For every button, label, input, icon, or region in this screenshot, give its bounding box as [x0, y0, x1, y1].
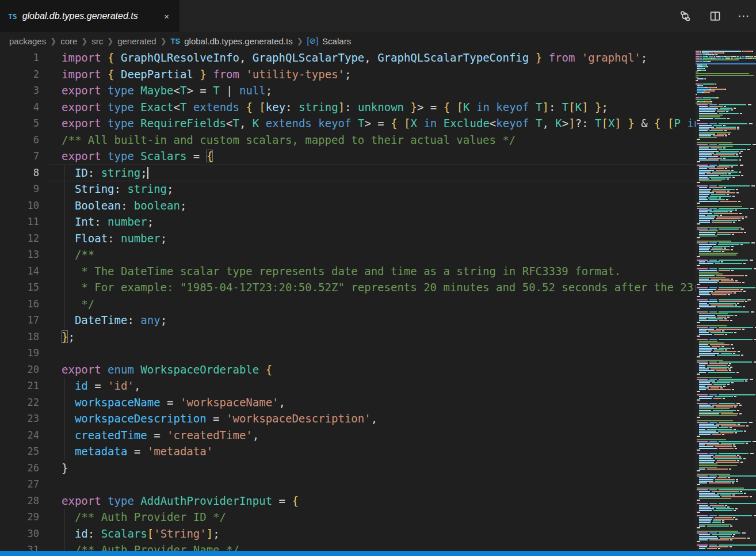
code-token: [ — [568, 101, 575, 113]
line-number: 1 — [0, 49, 39, 66]
minimap-line — [696, 482, 756, 483]
code-line[interactable]: 5export type RequireFields<T, K extends … — [0, 115, 696, 132]
editor-tab[interactable]: TS global.db.types.generated.ts × — [0, 0, 180, 32]
code-token: id — [75, 527, 88, 540]
code-token — [134, 84, 140, 97]
code-editor[interactable]: 1import { GraphQLResolveInfo, GraphQLSca… — [0, 49, 696, 551]
minimap-line — [696, 215, 756, 216]
minimap-line — [696, 408, 756, 409]
code-line[interactable]: 20export enum WorkspaceOrderable { — [0, 361, 696, 378]
code-token — [450, 101, 456, 113]
code-token: = — [186, 150, 206, 162]
minimap-line — [696, 109, 756, 111]
code-line[interactable]: 30 id: Scalars['String']; — [0, 525, 696, 542]
code-line[interactable]: 1import { GraphQLResolveInfo, GraphQLSca… — [0, 49, 696, 66]
more-actions-icon[interactable]: ⋯ — [738, 9, 750, 23]
code-token: = — [272, 494, 292, 507]
code-token: Exact — [140, 101, 173, 113]
code-line[interactable]: 11 Int: number; — [0, 214, 696, 230]
code-text: }; — [62, 329, 75, 345]
code-line[interactable]: 8 ID: string; — [0, 165, 696, 181]
minimap-line — [696, 386, 756, 387]
code-line[interactable]: 25 metadata = 'metadata' — [0, 443, 696, 460]
minimap-line — [696, 172, 756, 173]
code-line[interactable]: 9 String: string; — [0, 181, 696, 197]
code-line[interactable]: 29 /** Auth Provider ID */ — [0, 509, 696, 525]
minimap-line — [696, 235, 756, 237]
minimap-line — [696, 503, 756, 504]
code-line[interactable]: 15 * For example: "1985-04-12T23:20:50.5… — [0, 279, 696, 296]
code-line[interactable]: 19 — [0, 345, 696, 361]
minimap-line — [696, 223, 756, 224]
breadcrumb-item-core[interactable]: core — [60, 36, 77, 46]
code-line[interactable]: 28export type AddAuthProviderInput = { — [0, 493, 696, 509]
minimap-line — [696, 508, 756, 509]
minimap-line — [696, 427, 756, 428]
minimap-line — [696, 413, 756, 414]
code-token — [62, 429, 75, 441]
code-line[interactable]: 27 — [0, 476, 696, 493]
minimap-line — [696, 258, 756, 259]
code-line[interactable]: 21 id = 'id', — [0, 378, 696, 394]
code-line[interactable]: 26} — [0, 460, 696, 477]
code-token: type — [108, 84, 134, 97]
code-line[interactable]: 31 /** Auth Provider Name */ — [0, 542, 696, 551]
code-line[interactable]: 13 /** — [0, 246, 696, 263]
line-number: 23 — [0, 410, 39, 427]
breadcrumb-item-generated[interactable]: generated — [117, 36, 156, 46]
line-number: 2 — [0, 66, 39, 83]
code-token: type — [108, 117, 134, 130]
code-token: 'metadata' — [147, 445, 213, 458]
code-line[interactable]: 4export type Exact<T extends { [key: str… — [0, 99, 696, 116]
code-line[interactable]: 18}; — [0, 329, 696, 345]
minimap[interactable] — [696, 49, 756, 551]
breadcrumb-item-file[interactable]: global.db.types.generated.ts — [184, 36, 292, 46]
code-line[interactable]: 2import { DeepPartial } from 'utility-ty… — [0, 66, 696, 83]
code-line[interactable]: 22 workspaceName = 'workspaceName', — [0, 394, 696, 411]
code-line[interactable]: 7export type Scalars = { — [0, 148, 696, 165]
minimap-line — [696, 498, 756, 499]
code-line[interactable]: 14 * The DateTime scalar type represents… — [0, 263, 696, 280]
breadcrumb-item-symbol[interactable]: Scalars — [322, 36, 351, 46]
typescript-file-icon: TS — [171, 37, 181, 45]
minimap-line — [696, 334, 756, 335]
minimap-line — [696, 83, 756, 85]
breadcrumb-item-packages[interactable]: packages — [9, 36, 46, 46]
minimap-line — [696, 439, 756, 440]
code-text: /** All built-in and custom scalars, map… — [62, 132, 516, 148]
split-editor-icon[interactable] — [708, 9, 723, 24]
code-line[interactable]: 10 Boolean: boolean; — [0, 197, 696, 214]
code-line[interactable]: 17 DateTime: any; — [0, 312, 696, 329]
code-line[interactable]: 6/** All built-in and custom scalars, ma… — [0, 132, 696, 148]
breadcrumb-item-src[interactable]: src — [91, 36, 103, 46]
code-token: keyof — [496, 101, 529, 113]
open-changes-icon[interactable] — [678, 9, 693, 24]
minimap-line — [696, 260, 756, 261]
code-token: ; — [641, 51, 647, 64]
minimap-line — [696, 218, 756, 219]
line-number: 10 — [0, 197, 39, 214]
minimap-line — [696, 85, 756, 86]
close-icon[interactable]: × — [162, 10, 171, 22]
code-line[interactable]: 16 */ — [0, 296, 696, 313]
code-token: { — [108, 68, 114, 81]
code-text: DateTime: any; — [62, 312, 167, 329]
code-token: } — [595, 101, 601, 113]
minimap-line — [696, 315, 756, 316]
status-bar[interactable] — [0, 551, 756, 556]
code-token: export — [62, 150, 101, 162]
code-token: import — [62, 51, 101, 64]
minimap-line — [696, 317, 756, 318]
code-line[interactable]: 12 Float: number; — [0, 230, 696, 247]
minimap-line — [696, 180, 756, 181]
minimap-line — [696, 342, 756, 344]
code-line[interactable]: 24 createdTime = 'createdTime', — [0, 427, 696, 444]
code-line[interactable]: 3export type Maybe<T> = T | null; — [0, 82, 696, 99]
code-line[interactable]: 23 workspaceDescription = 'workspaceDesc… — [0, 410, 696, 427]
code-token — [62, 412, 75, 425]
line-number: 13 — [0, 246, 39, 263]
minimap-line — [696, 360, 756, 361]
vscode-window: TS global.db.types.generated.ts × — [0, 0, 756, 556]
minimap-line — [696, 168, 756, 169]
minimap-line — [696, 484, 756, 485]
